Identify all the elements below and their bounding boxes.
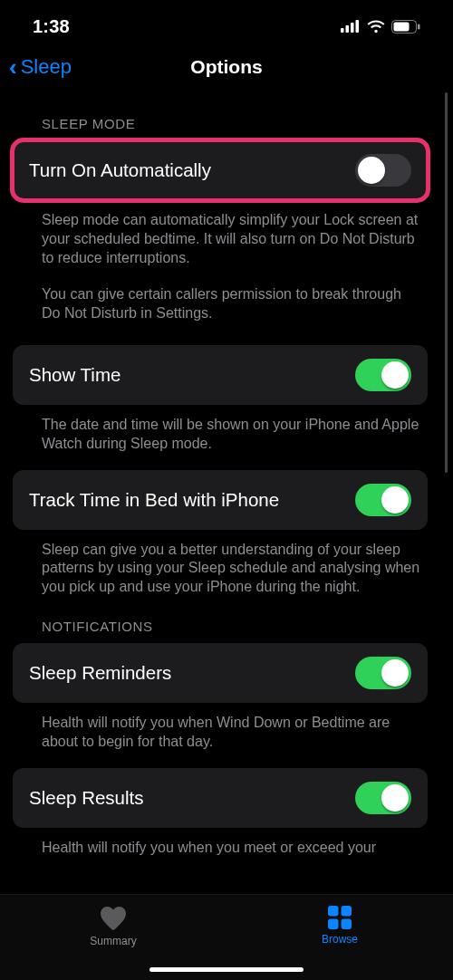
row-sleep-reminders[interactable]: Sleep Reminders — [13, 643, 428, 703]
status-indicators — [341, 19, 420, 34]
row-track-time[interactable]: Track Time in Bed with iPhone — [13, 470, 428, 530]
back-button[interactable]: ‹ Sleep — [9, 53, 72, 82]
tab-label: Browse — [322, 933, 358, 946]
status-time: 1:38 — [33, 16, 70, 37]
svg-rect-5 — [394, 22, 410, 31]
back-label: Sleep — [21, 55, 72, 79]
toggle-knob — [381, 361, 409, 389]
svg-rect-0 — [341, 28, 344, 33]
toggle-show-time[interactable] — [355, 359, 411, 391]
footer-auto-2: You can give certain callers permission … — [0, 267, 440, 332]
svg-rect-8 — [342, 906, 352, 917]
scrollbar[interactable] — [445, 92, 448, 473]
nav-bar: ‹ Sleep Options — [0, 45, 453, 89]
svg-rect-1 — [346, 25, 350, 33]
toggle-sleep-reminders[interactable] — [355, 657, 411, 689]
footer-auto-1: Sleep mode can automatically simplify yo… — [0, 200, 440, 267]
row-label: Track Time in Bed with iPhone — [29, 489, 279, 511]
tab-label: Summary — [90, 935, 136, 947]
cellular-icon — [341, 20, 361, 33]
section-header-sleep-mode: SLEEP MODE — [0, 89, 440, 140]
toggle-knob — [381, 486, 409, 514]
svg-rect-7 — [328, 906, 339, 917]
row-show-time[interactable]: Show Time — [13, 345, 428, 405]
status-bar: 1:38 — [0, 0, 453, 45]
svg-rect-6 — [418, 24, 420, 29]
wifi-icon — [366, 19, 386, 34]
footer-reminders: Health will notify you when Wind Down or… — [0, 703, 440, 752]
chevron-left-icon: ‹ — [9, 53, 17, 82]
scroller[interactable]: SLEEP MODE Turn On Automatically Sleep m… — [0, 89, 453, 894]
footer-results: Health will notify you when you meet or … — [0, 828, 440, 858]
toggle-knob — [358, 157, 385, 184]
row-label: Turn On Automatically — [29, 159, 211, 181]
row-sleep-results[interactable]: Sleep Results — [13, 768, 428, 828]
row-label: Sleep Reminders — [29, 662, 171, 684]
toggle-knob — [381, 784, 409, 812]
toggle-track-time[interactable] — [355, 484, 411, 516]
row-label: Sleep Results — [29, 787, 143, 809]
page-title: Options — [190, 56, 262, 78]
svg-rect-3 — [356, 20, 360, 33]
browse-grid-icon — [328, 906, 352, 929]
screen: 1:38 ‹ Sleep Options SLEEP MODE Turn On … — [0, 0, 453, 980]
svg-rect-10 — [342, 919, 352, 930]
footer-track: Sleep can give you a better understandin… — [0, 530, 440, 597]
section-header-notifications: NOTIFICATIONS — [0, 597, 440, 643]
toggle-sleep-results[interactable] — [355, 782, 411, 814]
svg-rect-9 — [328, 919, 339, 930]
toggle-turn-on-automatically[interactable] — [355, 154, 411, 187]
content-area: SLEEP MODE Turn On Automatically Sleep m… — [0, 89, 453, 894]
toggle-knob — [381, 659, 409, 687]
home-indicator[interactable] — [149, 967, 304, 972]
heart-icon — [100, 906, 127, 931]
footer-show-time: The date and time will be shown on your … — [0, 405, 440, 454]
svg-rect-2 — [351, 23, 354, 33]
row-turn-on-automatically[interactable]: Turn On Automatically — [13, 140, 428, 200]
row-label: Show Time — [29, 364, 120, 386]
battery-icon — [391, 20, 420, 34]
